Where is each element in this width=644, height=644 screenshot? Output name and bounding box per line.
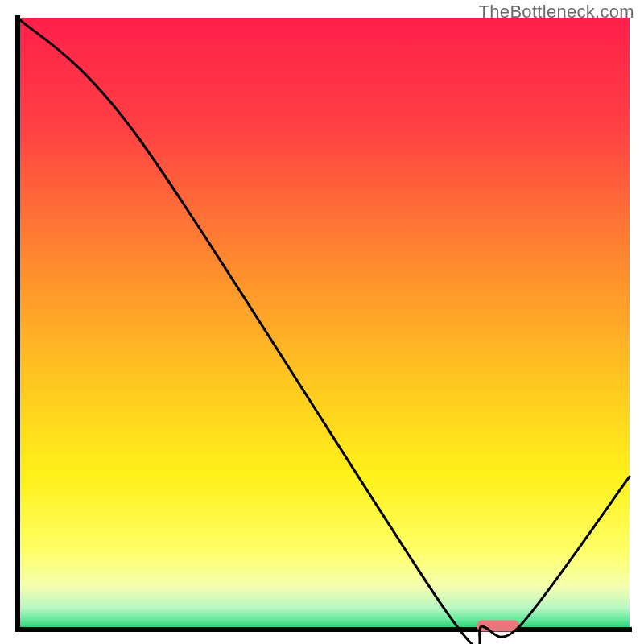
chart-container: TheBottleneck.com (0, 0, 644, 644)
gradient-background (18, 18, 630, 630)
watermark-text: TheBottleneck.com (479, 2, 634, 23)
bottleneck-chart (0, 0, 644, 644)
